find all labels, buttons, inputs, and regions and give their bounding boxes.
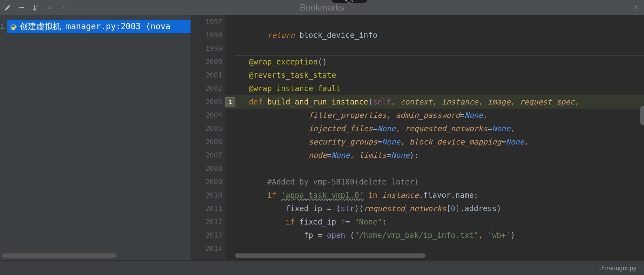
line-number: 1999 <box>191 42 222 55</box>
bookmarks-list: 1. 创建虚拟机 manager.py:2003 (nova <box>0 15 191 260</box>
line-number: 2010 <box>191 189 222 202</box>
bookmark-index: 1. <box>0 23 7 31</box>
code-line[interactable]: injected_files=None, requested_networks=… <box>225 122 644 135</box>
code-line[interactable] <box>225 15 644 29</box>
panel-title: Bookmarks <box>300 3 344 13</box>
line-number: 2013 <box>191 229 222 242</box>
bookmarks-toolbar: az Bookmarks <box>0 0 644 15</box>
line-number: 2000 <box>191 55 222 69</box>
move-up-icon[interactable] <box>46 4 53 11</box>
code-line[interactable] <box>225 42 644 55</box>
tab-overlay: x_\/ <box>330 0 368 3</box>
line-number: 2006 <box>191 135 222 149</box>
python-file-icon <box>10 23 17 30</box>
code-line[interactable]: #Added by vmp-58100(delete later) <box>225 175 644 189</box>
editor-vertical-scrollbar[interactable] <box>640 106 644 125</box>
edit-icon[interactable] <box>4 4 11 11</box>
minus-icon[interactable] <box>18 4 25 11</box>
line-number: 2001 <box>191 69 222 82</box>
line-number-gutter: 1997199819992000200120022003200420052006… <box>191 15 225 260</box>
code-preview: 1997199819992000200120022003200420052006… <box>191 15 644 260</box>
code-line[interactable]: if 'appa_task_vmp1.0' in instance.flavor… <box>225 189 644 202</box>
code-line[interactable]: return block_device_info <box>225 29 644 42</box>
code-line[interactable]: @reverts_task_state <box>225 69 644 82</box>
close-icon[interactable] <box>633 4 639 12</box>
line-number: 2011 <box>191 202 222 215</box>
line-number: 2005 <box>191 122 222 135</box>
code-line[interactable]: node=None, limits=None): <box>225 149 644 162</box>
line-number: 1997 <box>191 15 222 29</box>
line-number: 2009 <box>191 175 222 189</box>
line-number: 2007 <box>191 149 222 162</box>
svg-text:z: z <box>36 8 37 11</box>
editor-horizontal-scrollbar[interactable] <box>235 253 426 258</box>
bookmark-marker[interactable]: 1 <box>225 97 235 107</box>
line-number: 2012 <box>191 215 222 229</box>
code-line[interactable]: fp = open ("/home/vmp_bak/ip_info.txt", … <box>225 229 644 242</box>
line-number: 1998 <box>191 29 222 42</box>
code-line[interactable]: @wrap_exception() <box>225 55 644 69</box>
bookmark-item[interactable]: 1. 创建虚拟机 manager.py:2003 (nova <box>0 20 191 33</box>
code-line[interactable]: if fixed_ip != "None": <box>225 215 644 229</box>
code-line[interactable]: fixed_ip = (str)(requested_networks[0].a… <box>225 202 644 215</box>
line-number: 2008 <box>191 162 222 175</box>
line-number: 2003 <box>191 95 222 109</box>
svg-rect-0 <box>19 7 24 8</box>
line-number: 2014 <box>191 242 222 255</box>
code-line[interactable]: security_groups=None, block_device_mappi… <box>225 135 644 149</box>
status-bar: .../manager.py <box>0 260 644 275</box>
line-number: 2002 <box>191 82 222 95</box>
svg-text:a: a <box>36 5 37 8</box>
code-line[interactable] <box>225 162 644 175</box>
code-line[interactable]: @wrap_instance_fault <box>225 82 644 95</box>
move-down-icon[interactable] <box>60 4 67 11</box>
code-area[interactable]: return block_device_info @wrap_exception… <box>225 15 644 255</box>
sort-az-icon[interactable]: az <box>32 4 39 11</box>
bookmark-label: 创建虚拟机 manager.py:2003 (nova <box>20 21 170 32</box>
code-line[interactable]: filter_properties, admin_password=None, <box>225 109 644 122</box>
sidebar-horizontal-scrollbar[interactable] <box>2 253 116 258</box>
line-number: 2004 <box>191 109 222 122</box>
status-file-path: .../manager.py <box>596 265 636 272</box>
code-line[interactable]: def build_and_run_instance(self, context… <box>225 95 644 109</box>
